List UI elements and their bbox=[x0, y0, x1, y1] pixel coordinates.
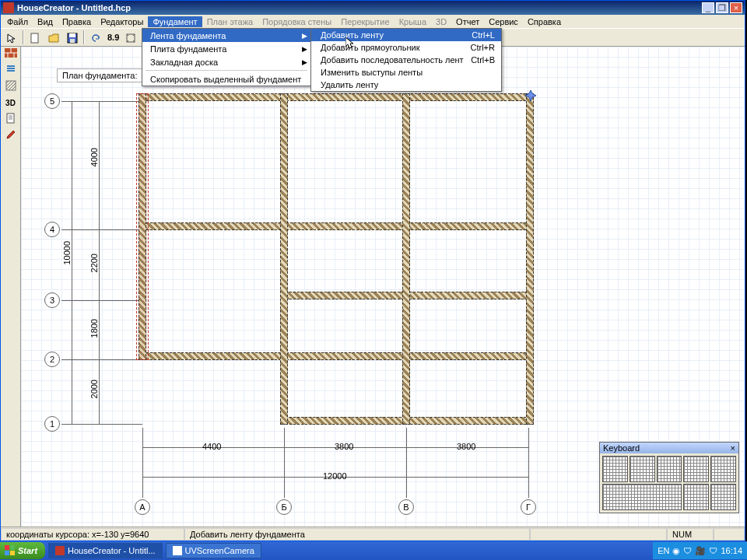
taskbar: Start HouseCreator - Untitl... UVScreenC… bbox=[0, 541, 747, 560]
foundation-strip[interactable] bbox=[139, 222, 534, 230]
system-tray[interactable]: EN ◉ 🛡 🎥 🛡 16:14 bbox=[653, 542, 747, 559]
menu-editors[interactable]: Редакторы bbox=[96, 16, 148, 27]
menu-foundation[interactable]: Фундамент bbox=[148, 16, 202, 27]
restore-button[interactable]: ❐ bbox=[716, 2, 728, 13]
app-icon bbox=[3, 2, 14, 13]
submenu-add-sequence[interactable]: Добавить последовательность лентCtrl+B bbox=[311, 54, 501, 66]
foundation-strip[interactable] bbox=[139, 352, 534, 360]
sidebar: 3D bbox=[1, 47, 21, 527]
dim-1800: 1800 bbox=[89, 319, 99, 338]
pencil-icon[interactable] bbox=[2, 129, 19, 145]
menu-service[interactable]: Сервис bbox=[484, 16, 523, 27]
tray-icon[interactable]: 🛡 bbox=[709, 546, 717, 555]
app-icon bbox=[55, 546, 65, 555]
axis-5: 5 bbox=[44, 93, 60, 109]
start-button[interactable]: Start bbox=[0, 542, 45, 559]
svg-rect-19 bbox=[10, 545, 15, 550]
dim-guide bbox=[528, 428, 529, 498]
keyboard-section[interactable] bbox=[657, 456, 682, 482]
menu-view[interactable]: Вид bbox=[33, 16, 58, 27]
menu-roof[interactable]: Крыша bbox=[395, 16, 431, 27]
menu-item-strip-foundation[interactable]: Лента фундамента▶ bbox=[142, 29, 310, 42]
taskbar-item-housecreator[interactable]: HouseCreator - Untitl... bbox=[48, 543, 162, 558]
keyboard-section[interactable] bbox=[710, 484, 736, 510]
taskbar-item-label: HouseCreator - Untitl... bbox=[68, 546, 155, 555]
menu-slab[interactable]: Перекрытие bbox=[336, 16, 394, 27]
clock[interactable]: 16:14 bbox=[721, 546, 742, 555]
axis-2: 2 bbox=[44, 352, 60, 367]
save-icon[interactable] bbox=[65, 30, 80, 45]
foundation-strip[interactable] bbox=[280, 93, 288, 425]
menu-file[interactable]: Файл bbox=[2, 16, 33, 27]
menu-3d[interactable]: 3D bbox=[431, 16, 451, 27]
svg-rect-2 bbox=[69, 33, 75, 37]
keyboard-section[interactable] bbox=[710, 456, 736, 482]
brick-tool-icon[interactable] bbox=[2, 47, 19, 63]
dim-4000: 4000 bbox=[89, 148, 99, 166]
submenu-add-strip[interactable]: Добавить лентуCtrl+L bbox=[311, 29, 501, 41]
axis-3: 3 bbox=[44, 292, 60, 308]
3d-button[interactable]: 3D bbox=[2, 96, 19, 112]
tray-icon[interactable]: ◉ bbox=[672, 546, 680, 556]
dim-3800b: 3800 bbox=[457, 442, 475, 451]
dim-guide bbox=[61, 424, 142, 425]
menu-help[interactable]: Справка bbox=[523, 16, 566, 27]
submenu-delete-strip[interactable]: Удалить ленту bbox=[311, 79, 501, 91]
close-button[interactable]: × bbox=[730, 2, 742, 13]
keyboard-section[interactable] bbox=[630, 456, 655, 482]
dim-guide bbox=[61, 359, 142, 360]
submenu-add-rect[interactable]: Добавить прямоугольникCtrl+R bbox=[311, 41, 501, 54]
keyboard-close-icon[interactable]: × bbox=[731, 443, 735, 453]
menu-item-slab-foundation[interactable]: Плита фундамента▶ bbox=[142, 42, 310, 55]
keyboard-title: Keyboard bbox=[603, 443, 640, 453]
zoom-label: 8.9 bbox=[107, 30, 120, 45]
menu-report[interactable]: Отчет bbox=[451, 16, 484, 27]
status-num: NUM bbox=[667, 528, 714, 541]
keyboard-section[interactable] bbox=[602, 456, 628, 482]
foundation-strip[interactable] bbox=[526, 93, 534, 425]
menu-wall-order[interactable]: Порядовка стены bbox=[258, 16, 336, 27]
keyboard-section[interactable] bbox=[683, 484, 709, 510]
menu-item-copy-foundation[interactable]: Скопировать выделенный фундамент bbox=[142, 72, 310, 86]
axis-b: Б bbox=[276, 499, 292, 515]
menubar: Файл Вид Правка Редакторы Фундамент План… bbox=[1, 15, 745, 28]
strip-foundation-submenu: Добавить лентуCtrl+L Добавить прямоуголь… bbox=[310, 28, 502, 92]
dim-guide bbox=[406, 428, 407, 498]
dim-guide bbox=[284, 428, 285, 498]
open-icon[interactable] bbox=[46, 30, 61, 45]
cursor-tool-icon[interactable] bbox=[4, 30, 19, 45]
selected-foundation[interactable] bbox=[136, 93, 149, 360]
svg-rect-0 bbox=[31, 33, 38, 43]
tray-icon[interactable]: 🎥 bbox=[695, 546, 706, 556]
zoom-fit-icon[interactable] bbox=[123, 30, 139, 45]
svg-rect-11 bbox=[7, 68, 15, 69]
layers-icon[interactable] bbox=[2, 64, 19, 79]
foundation-strip[interactable] bbox=[402, 93, 410, 425]
dim-10000: 10000 bbox=[62, 241, 72, 265]
menu-edit[interactable]: Правка bbox=[58, 16, 96, 27]
titlebar: HouseCreator - Untitled.hcp _ ❐ × bbox=[1, 1, 745, 15]
hatch-icon[interactable] bbox=[2, 80, 19, 96]
minimize-button[interactable]: _ bbox=[702, 2, 714, 13]
language-indicator[interactable]: EN bbox=[658, 546, 669, 555]
statusbar: координаты курсора: x=-130 y=9640 Добави… bbox=[1, 527, 745, 541]
app-icon bbox=[173, 546, 182, 555]
new-icon[interactable] bbox=[27, 30, 43, 45]
onscreen-keyboard[interactable]: Keyboard× bbox=[599, 442, 739, 513]
axis-1: 1 bbox=[44, 416, 60, 432]
status-coords: координаты курсора: x=-130 y=9640 bbox=[1, 528, 184, 541]
drag-handle-icon[interactable] bbox=[525, 90, 536, 101]
taskbar-item-uvscreen[interactable]: UVScreenCamera bbox=[166, 543, 261, 558]
undo-icon[interactable] bbox=[88, 30, 103, 45]
dim-2000: 2000 bbox=[89, 380, 99, 398]
foundation-strip[interactable] bbox=[139, 93, 534, 101]
keyboard-section[interactable] bbox=[683, 456, 709, 482]
window-title: HouseCreator - Untitled.hcp bbox=[17, 3, 700, 12]
tray-icon[interactable]: 🛡 bbox=[683, 546, 692, 555]
menu-floorplan[interactable]: План этажа bbox=[202, 16, 258, 27]
keyboard-section[interactable] bbox=[602, 484, 682, 510]
svg-rect-12 bbox=[7, 70, 15, 72]
menu-item-sill-board[interactable]: Закладная доска▶ bbox=[142, 55, 310, 68]
page-icon[interactable] bbox=[2, 113, 19, 128]
submenu-edit-offsets[interactable]: Изменить выступы ленты bbox=[311, 66, 501, 79]
